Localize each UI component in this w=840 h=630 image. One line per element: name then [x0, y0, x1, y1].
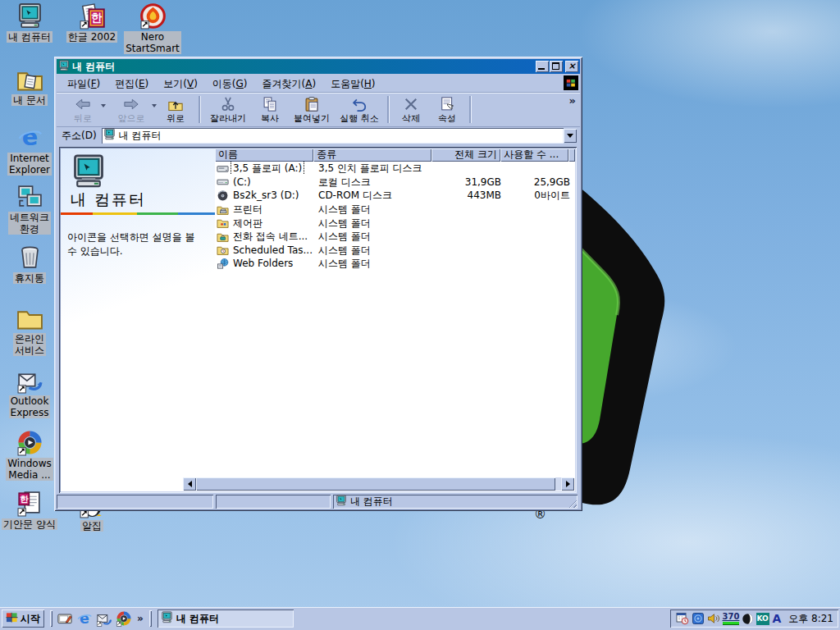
desktop-icon-internet-explorer[interactable]: eInternetExplorer: [2, 124, 57, 176]
svg-text:e: e: [80, 610, 89, 627]
floppy-drive-icon: [217, 162, 229, 175]
ime-language-indicator[interactable]: KO: [756, 613, 769, 625]
start-button[interactable]: 시작: [2, 609, 44, 628]
scroll-right-button[interactable]: [561, 477, 574, 491]
tb-cut-icon: [220, 96, 236, 112]
toolbar-up-button[interactable]: 위로: [157, 94, 194, 125]
quicklaunch-outlook-express[interactable]: [94, 609, 114, 628]
toolbar-cut-button[interactable]: 잘라내기: [204, 94, 252, 125]
desktop-icon-network-neighborhood[interactable]: 네트워크환경: [2, 183, 57, 235]
task-scheduler-tray-icon[interactable]: [676, 612, 689, 625]
ime-mode-indicator[interactable]: A: [772, 612, 781, 625]
toolbar-copy-button[interactable]: 복사: [252, 94, 288, 125]
desktop-icon-online-services[interactable]: 온라인서비스: [2, 304, 57, 356]
net-speed-indicator[interactable]: 370: [723, 613, 740, 624]
menu-item-2[interactable]: 보기(V): [156, 75, 205, 92]
menu-item-4[interactable]: 즐겨찾기(A): [255, 75, 324, 92]
column-header-0[interactable]: 이름: [215, 148, 313, 162]
toolbar-properties-button[interactable]: 속성: [429, 94, 465, 125]
desktop-icon-my-computer[interactable]: 내 컴퓨터: [2, 2, 57, 43]
windows-media-player-icon: [16, 429, 43, 456]
show-desktop-icon: [57, 610, 73, 627]
my-documents-icon: [16, 66, 43, 93]
resize-grip[interactable]: [567, 498, 577, 508]
quicklaunch-show-desktop[interactable]: [55, 609, 75, 628]
outlook-express-icon: [16, 367, 43, 394]
toolbar-delete-button[interactable]: 삭제: [393, 94, 429, 125]
toolbar-undo-button[interactable]: 실행 취소: [336, 94, 383, 125]
volume-tray-icon[interactable]: [707, 612, 720, 625]
desktop-icon-label: 네트워크환경: [8, 212, 51, 235]
list-row[interactable]: Scheduled Tas...시스템 폴더: [215, 244, 575, 258]
desktop-icon-label: 내 컴퓨터: [7, 31, 52, 43]
file-list: 이름종류전체 크기사용할 수 ... 3,5 플로피 (A:)3,5 인치 플로…: [215, 148, 575, 491]
desktop-icon-gianmun-form[interactable]: 한기안문 양식: [0, 490, 59, 530]
desktop-icon-hangul-2002[interactable]: 한한글 2002: [62, 2, 121, 43]
desktop-icon-nero-startsmart[interactable]: NeroStartSmart: [123, 2, 182, 54]
tb-forward-icon: [123, 96, 139, 112]
menu-item-5[interactable]: 도움말(H): [323, 75, 382, 92]
column-header-3[interactable]: 사용할 수 ...: [500, 148, 568, 162]
list-row[interactable]: 전화 접속 네트...시스템 폴더: [215, 230, 575, 244]
windows-flag-icon: [6, 611, 18, 623]
desktop-icon-label: OutlookExpress: [9, 395, 51, 418]
horizontal-scrollbar[interactable]: [183, 477, 574, 491]
menu-item-3[interactable]: 이동(G): [205, 75, 255, 92]
toolbar-back-button[interactable]: 뒤로: [60, 94, 106, 125]
gianmun-form-icon: 한: [16, 490, 43, 517]
list-row[interactable]: 프린터시스템 폴더: [215, 203, 575, 217]
tb-up-icon: [167, 96, 184, 112]
quicklaunch-internet-explorer[interactable]: e: [75, 609, 94, 628]
tb-properties-icon: [439, 96, 455, 112]
toolbar-forward-button[interactable]: 앞으로: [106, 94, 157, 125]
taskbar-handle[interactable]: [149, 610, 152, 627]
menu-item-0[interactable]: 파일(F): [60, 75, 107, 92]
desktop-icon-my-documents[interactable]: 내 문서: [2, 66, 57, 106]
outlook-express-icon: [96, 610, 112, 627]
address-dropdown-button[interactable]: [564, 129, 577, 143]
list-row[interactable]: 3,5 플로피 (A:)3,5 인치 플로피 디스크: [215, 162, 575, 176]
cd-drive-icon: [217, 189, 229, 202]
list-row[interactable]: 제어판시스템 폴더: [215, 216, 575, 230]
scroll-left-button[interactable]: [183, 477, 196, 491]
quick-launch-overflow-chevron[interactable]: »: [134, 613, 147, 624]
desktop-icon-label: NeroStartSmart: [124, 31, 181, 54]
menu-bar: 파일(F)편집(E)보기(V)이동(G)즐겨찾기(A)도움말(H): [57, 74, 580, 93]
desktop-icon-outlook-express[interactable]: OutlookExpress: [2, 367, 57, 418]
toolbar-separator: [199, 96, 200, 123]
column-header-2[interactable]: 전체 크기: [431, 148, 500, 162]
taskbar: 시작 e » 내 컴퓨터 370 KO A 오후 8:21: [0, 607, 840, 630]
list-row[interactable]: Web Folders시스템 폴더: [215, 257, 575, 271]
list-row[interactable]: Bs2k_sr3 (D:)CD-ROM 디스크443MB0바이트: [215, 189, 575, 203]
dialup-networking-folder-icon: [217, 231, 229, 243]
svg-text:한: 한: [20, 494, 29, 504]
list-row[interactable]: (C:)로컬 디스크31,9GB25,9GB: [215, 176, 575, 189]
my-computer-icon: [103, 128, 116, 140]
toolbar-paste-button[interactable]: 붙여넣기: [288, 94, 336, 125]
toolbar-overflow-chevron[interactable]: »: [569, 94, 576, 107]
tb-delete-icon: [403, 96, 419, 112]
maximize-button[interactable]: [550, 61, 563, 72]
display-tray-icon[interactable]: [692, 612, 705, 625]
minimize-button[interactable]: [536, 61, 549, 72]
desktop-icon-recycle-bin[interactable]: 휴지통: [2, 244, 57, 284]
close-button[interactable]: ×: [565, 61, 578, 72]
task-button-my-computer[interactable]: 내 컴퓨터: [158, 609, 294, 628]
status-panel-2: [216, 495, 331, 509]
desktop-icon-label: WindowsMedia ...: [6, 458, 53, 481]
desktop-icon-windows-media-player[interactable]: WindowsMedia ...: [2, 429, 57, 481]
list-column-headers: 이름종류전체 크기사용할 수 ...: [215, 148, 575, 162]
column-header-1[interactable]: 종류: [313, 148, 431, 162]
scrollbar-thumb[interactable]: [196, 477, 555, 491]
antivirus-tray-icon[interactable]: [742, 613, 754, 625]
taskbar-clock[interactable]: 오후 8:21: [788, 612, 833, 626]
taskbar-handle[interactable]: [50, 610, 52, 627]
internet-explorer-icon: e: [76, 610, 93, 627]
window-titlebar[interactable]: 내 컴퓨터 ×: [57, 59, 580, 74]
address-input[interactable]: 내 컴퓨터: [102, 128, 564, 144]
toolbar-separator: [469, 96, 471, 123]
hangul-2002-icon: 한: [79, 2, 106, 30]
task-button-label: 내 컴퓨터: [176, 612, 219, 626]
menu-item-1[interactable]: 편집(E): [107, 75, 156, 92]
quicklaunch-windows-media-player[interactable]: [114, 609, 134, 628]
